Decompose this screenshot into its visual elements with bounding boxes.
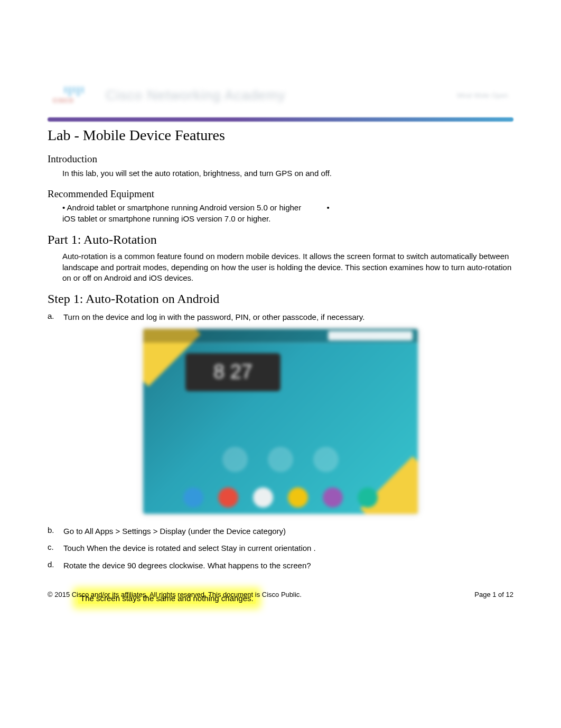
- header-banner: CISCO Cisco Networking Academy Mind Wide…: [48, 79, 513, 111]
- step-d-text: Rotate the device 90 degrees clockwise. …: [63, 560, 513, 572]
- part-1-body: Auto-rotation is a common feature found …: [62, 251, 513, 283]
- step-d-marker: d.: [48, 560, 63, 572]
- app-icon: [358, 487, 378, 508]
- app-launcher-icon: [253, 487, 273, 508]
- page-footer: © 2015 Cisco and/or its affiliates. All …: [48, 591, 513, 598]
- app-icon: [218, 487, 238, 508]
- search-bar: [328, 331, 413, 340]
- step-c: c. Touch When the device is rotated and …: [48, 542, 513, 555]
- app-icon: [323, 487, 343, 508]
- step-b: b. Go to All Apps > Settings > Display (…: [48, 526, 513, 538]
- cisco-logo: CISCO: [53, 83, 95, 107]
- step-a: a. Turn on the device and log in with th…: [48, 311, 513, 324]
- equipment-bullet-2: iOS tablet or smartphone running iOS ver…: [62, 214, 513, 223]
- step-1-heading: Step 1: Auto-Rotation on Android: [48, 292, 513, 306]
- step-a-text: Turn on the device and log in with the p…: [63, 311, 513, 324]
- step-a-marker: a.: [48, 311, 63, 324]
- app-icon: [288, 487, 308, 508]
- equipment-heading: Recommended Equipment: [48, 188, 513, 200]
- step-d: d. Rotate the device 90 degrees clockwis…: [48, 560, 513, 572]
- tagline: Mind Wide Open: [457, 91, 508, 99]
- step-b-marker: b.: [48, 526, 63, 538]
- android-screenshot-wrap: 8 27: [48, 329, 513, 514]
- introduction-body: In this lab, you will set the auto rotat…: [62, 168, 513, 179]
- clock-widget: 8 27: [185, 353, 280, 391]
- equipment-bullet-1: • Android tablet or smartphone running A…: [62, 203, 513, 212]
- step-b-text: Go to All Apps > Settings > Display (und…: [63, 526, 513, 538]
- home-folders-row: [143, 447, 418, 472]
- step-c-text: Touch When the device is rotated and sel…: [63, 542, 513, 555]
- logo-bars-icon: [53, 87, 95, 96]
- lab-title: Lab - Mobile Device Features: [48, 127, 513, 144]
- folder-icon: [223, 447, 247, 472]
- academy-title: Cisco Networking Academy: [106, 87, 457, 104]
- app-icon: [183, 487, 203, 508]
- page-container: CISCO Cisco Networking Academy Mind Wide…: [0, 0, 561, 625]
- footer-copyright: © 2015 Cisco and/or its affiliates. All …: [48, 591, 302, 598]
- dock-row: [143, 487, 418, 508]
- folder-icon: [314, 447, 338, 472]
- introduction-heading: Introduction: [48, 153, 513, 165]
- header-divider: [48, 117, 513, 122]
- footer-page-number: Page 1 of 12: [474, 591, 513, 598]
- logo-brand-text: CISCO: [53, 97, 95, 104]
- step-c-marker: c.: [48, 542, 63, 555]
- part-1-heading: Part 1: Auto-Rotation: [48, 233, 513, 247]
- android-home-screenshot: 8 27: [143, 329, 418, 514]
- equipment-bullet-1-trailing: •: [327, 203, 330, 212]
- folder-icon: [268, 447, 293, 472]
- equipment-bullet-1-text: • Android tablet or smartphone running A…: [62, 203, 301, 212]
